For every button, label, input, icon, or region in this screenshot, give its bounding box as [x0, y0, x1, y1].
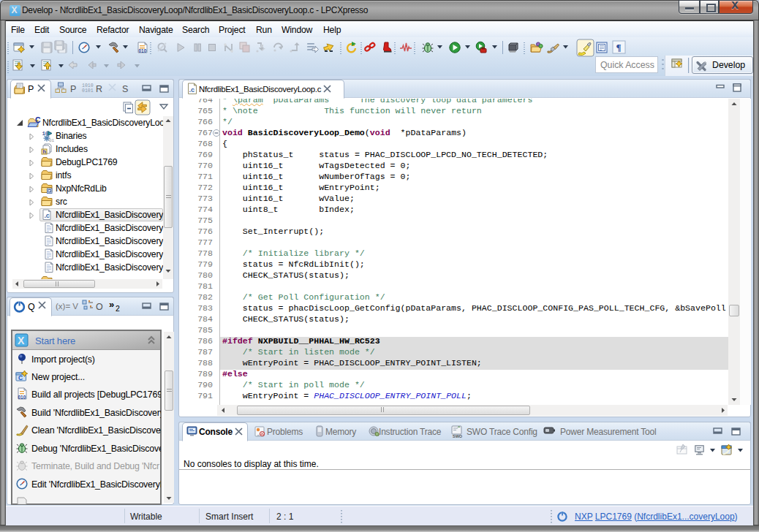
- svg-text:P: P: [70, 84, 76, 94]
- svg-text:(x)= V: (x)= V: [56, 302, 78, 311]
- svg-text:R: R: [96, 84, 102, 94]
- svg-text:h: h: [43, 148, 47, 155]
- svg-text:O: O: [96, 302, 103, 312]
- svg-text:010: 010: [18, 395, 26, 400]
- svg-text:Problems: Problems: [267, 427, 303, 437]
- svg-text:.c: .c: [189, 86, 195, 94]
- svg-text:C: C: [35, 115, 41, 124]
- svg-text:SWO: SWO: [453, 434, 463, 438]
- svg-text:»: »: [109, 299, 114, 310]
- svg-text:C: C: [18, 374, 23, 381]
- svg-text:0101: 0101: [82, 88, 94, 94]
- svg-text:S: S: [122, 84, 128, 94]
- svg-text:SWO Trace Config: SWO Trace Config: [467, 427, 537, 437]
- svg-text:Memory: Memory: [325, 427, 356, 437]
- svg-text:Power Measurement Tool: Power Measurement Tool: [560, 427, 656, 437]
- svg-text:Instruction Trace: Instruction Trace: [379, 427, 442, 437]
- svg-text:01: 01: [49, 137, 54, 142]
- svg-text:.c: .c: [45, 212, 50, 219]
- svg-text:Q: Q: [28, 302, 35, 312]
- svg-text:¶: ¶: [616, 42, 622, 53]
- svg-text:2: 2: [116, 304, 120, 313]
- svg-text:X: X: [18, 335, 25, 346]
- svg-text:P: P: [28, 84, 34, 94]
